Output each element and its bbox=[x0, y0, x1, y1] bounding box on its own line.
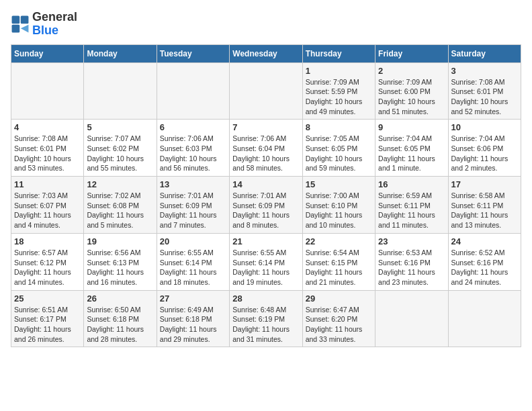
svg-rect-2 bbox=[12, 25, 20, 33]
day-info: Sunrise: 7:01 AM Sunset: 6:09 PM Dayligh… bbox=[232, 191, 299, 230]
day-cell-15: 15Sunrise: 7:00 AM Sunset: 6:10 PM Dayli… bbox=[302, 177, 375, 234]
day-number: 2 bbox=[378, 66, 445, 76]
day-cell-12: 12Sunrise: 7:02 AM Sunset: 6:08 PM Dayli… bbox=[84, 177, 157, 234]
day-cell-3: 3Sunrise: 7:08 AM Sunset: 6:01 PM Daylig… bbox=[448, 62, 521, 120]
week-row-3: 11Sunrise: 7:03 AM Sunset: 6:07 PM Dayli… bbox=[11, 177, 521, 234]
day-number: 3 bbox=[451, 66, 518, 76]
day-number: 9 bbox=[378, 122, 445, 132]
day-cell-10: 10Sunrise: 7:04 AM Sunset: 6:06 PM Dayli… bbox=[448, 120, 521, 177]
day-number: 29 bbox=[306, 293, 372, 304]
day-cell-13: 13Sunrise: 7:01 AM Sunset: 6:09 PM Dayli… bbox=[157, 177, 229, 234]
day-info: Sunrise: 6:54 AM Sunset: 6:15 PM Dayligh… bbox=[306, 248, 372, 287]
empty-cell bbox=[11, 62, 84, 120]
svg-rect-0 bbox=[12, 15, 20, 24]
week-row-5: 25Sunrise: 6:51 AM Sunset: 6:17 PM Dayli… bbox=[11, 290, 521, 347]
empty-cell bbox=[375, 290, 448, 347]
day-info: Sunrise: 6:49 AM Sunset: 6:18 PM Dayligh… bbox=[160, 305, 226, 345]
day-number: 16 bbox=[378, 179, 445, 189]
day-info: Sunrise: 6:52 AM Sunset: 6:16 PM Dayligh… bbox=[451, 248, 518, 287]
day-cell-16: 16Sunrise: 6:59 AM Sunset: 6:11 PM Dayli… bbox=[375, 177, 448, 234]
day-number: 4 bbox=[14, 122, 81, 132]
day-info: Sunrise: 7:06 AM Sunset: 6:03 PM Dayligh… bbox=[160, 134, 226, 173]
day-number: 15 bbox=[306, 179, 372, 189]
day-cell-7: 7Sunrise: 7:06 AM Sunset: 6:04 PM Daylig… bbox=[230, 120, 302, 177]
day-cell-25: 25Sunrise: 6:51 AM Sunset: 6:17 PM Dayli… bbox=[11, 290, 84, 347]
day-info: Sunrise: 6:47 AM Sunset: 6:20 PM Dayligh… bbox=[306, 305, 372, 345]
day-info: Sunrise: 7:03 AM Sunset: 6:07 PM Dayligh… bbox=[14, 191, 81, 230]
empty-cell bbox=[157, 62, 229, 120]
day-cell-19: 19Sunrise: 6:56 AM Sunset: 6:13 PM Dayli… bbox=[84, 233, 157, 290]
day-number: 26 bbox=[87, 293, 153, 304]
day-info: Sunrise: 6:58 AM Sunset: 6:11 PM Dayligh… bbox=[451, 191, 518, 230]
day-number: 12 bbox=[87, 179, 153, 189]
day-number: 13 bbox=[160, 179, 226, 189]
weekday-header-friday: Friday bbox=[375, 44, 448, 62]
day-number: 6 bbox=[160, 122, 226, 132]
day-cell-5: 5Sunrise: 7:07 AM Sunset: 6:02 PM Daylig… bbox=[84, 120, 157, 177]
day-cell-20: 20Sunrise: 6:55 AM Sunset: 6:14 PM Dayli… bbox=[157, 233, 229, 290]
day-number: 11 bbox=[14, 179, 81, 189]
day-number: 23 bbox=[378, 236, 445, 246]
day-info: Sunrise: 7:05 AM Sunset: 6:05 PM Dayligh… bbox=[306, 134, 372, 173]
day-info: Sunrise: 6:50 AM Sunset: 6:18 PM Dayligh… bbox=[87, 305, 153, 345]
day-info: Sunrise: 6:55 AM Sunset: 6:14 PM Dayligh… bbox=[232, 248, 299, 287]
day-info: Sunrise: 7:00 AM Sunset: 6:10 PM Dayligh… bbox=[306, 191, 372, 230]
empty-cell bbox=[84, 62, 157, 120]
day-cell-18: 18Sunrise: 6:57 AM Sunset: 6:12 PM Dayli… bbox=[11, 233, 84, 290]
day-info: Sunrise: 6:57 AM Sunset: 6:12 PM Dayligh… bbox=[14, 248, 81, 287]
svg-rect-1 bbox=[21, 15, 29, 24]
empty-cell bbox=[230, 62, 302, 120]
weekday-header-saturday: Saturday bbox=[448, 44, 521, 62]
day-cell-4: 4Sunrise: 7:08 AM Sunset: 6:01 PM Daylig… bbox=[11, 120, 84, 177]
day-info: Sunrise: 7:09 AM Sunset: 5:59 PM Dayligh… bbox=[306, 77, 372, 117]
day-info: Sunrise: 7:02 AM Sunset: 6:08 PM Dayligh… bbox=[87, 191, 153, 230]
day-info: Sunrise: 6:53 AM Sunset: 6:16 PM Dayligh… bbox=[378, 248, 445, 287]
day-cell-22: 22Sunrise: 6:54 AM Sunset: 6:15 PM Dayli… bbox=[302, 233, 375, 290]
weekday-header-row: SundayMondayTuesdayWednesdayThursdayFrid… bbox=[11, 44, 521, 62]
logo-icon bbox=[11, 15, 30, 34]
weekday-header-wednesday: Wednesday bbox=[230, 44, 302, 62]
day-number: 1 bbox=[306, 66, 372, 76]
day-cell-14: 14Sunrise: 7:01 AM Sunset: 6:09 PM Dayli… bbox=[230, 177, 302, 234]
weekday-header-tuesday: Tuesday bbox=[157, 44, 229, 62]
day-number: 14 bbox=[232, 179, 299, 189]
day-cell-29: 29Sunrise: 6:47 AM Sunset: 6:20 PM Dayli… bbox=[302, 290, 375, 347]
day-number: 19 bbox=[87, 236, 153, 246]
day-info: Sunrise: 7:06 AM Sunset: 6:04 PM Dayligh… bbox=[232, 134, 299, 173]
day-cell-21: 21Sunrise: 6:55 AM Sunset: 6:14 PM Dayli… bbox=[230, 233, 302, 290]
day-cell-9: 9Sunrise: 7:04 AM Sunset: 6:05 PM Daylig… bbox=[375, 120, 448, 177]
empty-cell bbox=[448, 290, 521, 347]
day-number: 10 bbox=[451, 122, 518, 132]
logo-text: General Blue bbox=[32, 11, 77, 38]
day-cell-26: 26Sunrise: 6:50 AM Sunset: 6:18 PM Dayli… bbox=[84, 290, 157, 347]
day-cell-23: 23Sunrise: 6:53 AM Sunset: 6:16 PM Dayli… bbox=[375, 233, 448, 290]
day-number: 24 bbox=[451, 236, 518, 246]
weekday-header-thursday: Thursday bbox=[302, 44, 375, 62]
day-info: Sunrise: 7:04 AM Sunset: 6:05 PM Dayligh… bbox=[378, 134, 445, 173]
day-number: 21 bbox=[232, 236, 299, 246]
page-header: General Blue bbox=[11, 11, 521, 38]
day-info: Sunrise: 6:59 AM Sunset: 6:11 PM Dayligh… bbox=[378, 191, 445, 230]
logo: General Blue bbox=[11, 11, 77, 38]
day-number: 8 bbox=[306, 122, 372, 132]
day-info: Sunrise: 6:48 AM Sunset: 6:19 PM Dayligh… bbox=[232, 305, 299, 345]
day-number: 20 bbox=[160, 236, 226, 246]
day-number: 25 bbox=[14, 293, 81, 304]
day-info: Sunrise: 6:55 AM Sunset: 6:14 PM Dayligh… bbox=[160, 248, 226, 287]
day-info: Sunrise: 7:04 AM Sunset: 6:06 PM Dayligh… bbox=[451, 134, 518, 173]
week-row-1: 1Sunrise: 7:09 AM Sunset: 5:59 PM Daylig… bbox=[11, 62, 521, 120]
day-cell-28: 28Sunrise: 6:48 AM Sunset: 6:19 PM Dayli… bbox=[230, 290, 302, 347]
day-number: 22 bbox=[306, 236, 372, 246]
day-info: Sunrise: 7:08 AM Sunset: 6:01 PM Dayligh… bbox=[451, 77, 518, 117]
day-info: Sunrise: 6:51 AM Sunset: 6:17 PM Dayligh… bbox=[14, 305, 81, 345]
week-row-4: 18Sunrise: 6:57 AM Sunset: 6:12 PM Dayli… bbox=[11, 233, 521, 290]
day-cell-8: 8Sunrise: 7:05 AM Sunset: 6:05 PM Daylig… bbox=[302, 120, 375, 177]
day-number: 28 bbox=[232, 293, 299, 304]
week-row-2: 4Sunrise: 7:08 AM Sunset: 6:01 PM Daylig… bbox=[11, 120, 521, 177]
day-cell-2: 2Sunrise: 7:09 AM Sunset: 6:00 PM Daylig… bbox=[375, 62, 448, 120]
weekday-header-monday: Monday bbox=[84, 44, 157, 62]
day-number: 18 bbox=[14, 236, 81, 246]
day-number: 17 bbox=[451, 179, 518, 189]
weekday-header-sunday: Sunday bbox=[11, 44, 84, 62]
svg-marker-3 bbox=[21, 25, 29, 33]
